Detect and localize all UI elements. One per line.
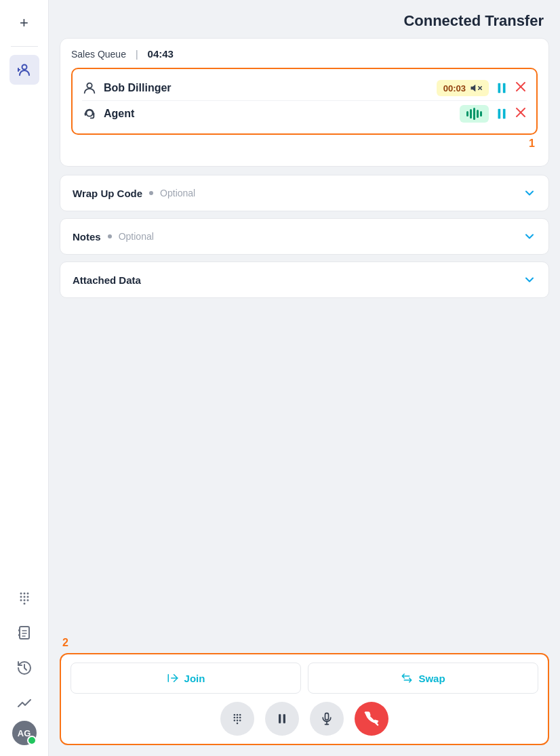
mute-button[interactable] <box>310 702 344 736</box>
call-controls-row <box>71 702 538 736</box>
svg-rect-39 <box>283 714 285 723</box>
sidebar-item-address-book[interactable] <box>9 618 39 648</box>
svg-rect-40 <box>325 713 329 720</box>
svg-point-32 <box>237 717 239 719</box>
caller-pause-button[interactable] <box>494 81 509 96</box>
main-panel: Connected Transfer Sales Queue | 04:43 <box>49 0 560 756</box>
svg-point-10 <box>23 603 25 605</box>
svg-rect-11 <box>20 627 29 639</box>
join-swap-row: Join Swap <box>71 663 538 694</box>
headset-icon <box>82 106 97 121</box>
caller-identity: Bob Dillinger <box>82 81 172 96</box>
svg-rect-24 <box>498 109 501 119</box>
header: Connected Transfer <box>49 0 560 38</box>
sidebar: + <box>0 0 49 756</box>
panel-content: Sales Queue | 04:43 Bob Dillinger <box>49 38 560 637</box>
svg-rect-25 <box>503 109 506 119</box>
wrap-up-section[interactable]: Wrap Up Code Optional <box>60 175 549 211</box>
sidebar-item-history[interactable] <box>9 653 39 683</box>
svg-point-9 <box>26 600 28 602</box>
queue-header: Sales Queue | 04:43 <box>71 48 538 60</box>
svg-point-6 <box>26 596 28 598</box>
add-button[interactable]: + <box>12 11 37 35</box>
avatar[interactable]: AG <box>12 721 37 745</box>
close-icon <box>515 81 527 93</box>
svg-point-21 <box>86 110 92 117</box>
caller-close-button[interactable] <box>515 81 527 96</box>
svg-rect-18 <box>503 83 506 93</box>
dialpad-button[interactable] <box>220 702 254 736</box>
attached-data-section[interactable]: Attached Data <box>60 261 549 298</box>
svg-rect-17 <box>498 83 501 93</box>
svg-point-37 <box>237 722 239 724</box>
svg-point-36 <box>239 719 241 721</box>
join-icon <box>167 672 179 684</box>
svg-point-4 <box>20 596 22 598</box>
step1-label: 1 <box>71 138 538 150</box>
svg-rect-22 <box>85 112 87 116</box>
page-title: Connected Transfer <box>403 12 544 30</box>
agent-actions <box>460 105 527 123</box>
step2-label: 2 <box>60 637 549 649</box>
agent-row: Agent <box>82 100 527 127</box>
sidebar-item-contacts[interactable] <box>9 55 39 85</box>
svg-point-31 <box>234 717 236 719</box>
svg-point-7 <box>20 600 22 602</box>
svg-point-14 <box>87 83 92 88</box>
analytics-icon <box>16 695 33 711</box>
caller-row: Bob Dillinger 00:03 <box>82 76 527 100</box>
chevron-down-icon <box>523 186 536 200</box>
svg-point-35 <box>237 719 239 721</box>
svg-point-5 <box>23 596 25 598</box>
svg-point-2 <box>23 593 25 595</box>
svg-point-3 <box>26 593 28 595</box>
history-icon <box>16 660 33 676</box>
svg-rect-38 <box>279 714 281 723</box>
mute-icon <box>470 82 482 94</box>
svg-point-34 <box>234 719 236 721</box>
chevron-down-icon-3 <box>523 273 536 287</box>
agent-close-button[interactable] <box>515 106 527 122</box>
contacts-icon <box>16 62 33 78</box>
queue-card: Sales Queue | 04:43 Bob Dillinger <box>60 38 549 167</box>
svg-point-1 <box>20 593 22 595</box>
svg-point-0 <box>22 65 26 70</box>
mic-icon <box>320 712 334 726</box>
dialpad-icon <box>16 589 33 606</box>
audio-wave-badge <box>460 105 489 123</box>
caller-actions: 00:03 <box>437 80 527 96</box>
sidebar-item-dialpad[interactable] <box>9 583 39 612</box>
svg-rect-12 <box>18 629 20 631</box>
svg-point-30 <box>239 714 241 716</box>
address-book-icon <box>16 625 33 641</box>
svg-point-8 <box>23 600 25 602</box>
call-timer-badge: 00:03 <box>437 80 489 96</box>
dialpad-ctrl-icon <box>231 712 244 726</box>
hangup-icon <box>364 711 379 726</box>
svg-point-33 <box>239 717 241 719</box>
agent-identity: Agent <box>82 106 134 121</box>
bottom-action-area: 2 Join Swa <box>49 637 560 756</box>
sidebar-divider <box>11 46 38 47</box>
hangup-button[interactable] <box>355 702 388 736</box>
chevron-down-icon-2 <box>523 230 536 243</box>
swap-button[interactable]: Swap <box>308 663 538 694</box>
join-button[interactable]: Join <box>71 663 301 694</box>
close-icon-2 <box>515 106 527 119</box>
pause-ctrl-icon <box>275 712 289 726</box>
swap-icon <box>401 672 413 684</box>
person-icon <box>82 81 97 96</box>
svg-point-28 <box>234 714 236 716</box>
action-box: Join Swap <box>60 653 549 745</box>
notes-section[interactable]: Notes Optional <box>60 218 549 255</box>
agent-pause-button[interactable] <box>494 106 509 121</box>
svg-line-43 <box>365 713 378 725</box>
svg-rect-13 <box>18 634 20 636</box>
active-calls-box: Bob Dillinger 00:03 <box>71 68 538 135</box>
pause-control-button[interactable] <box>265 702 299 736</box>
svg-point-29 <box>237 714 239 716</box>
pause-icon <box>494 81 509 96</box>
pause-icon-2 <box>494 106 509 121</box>
sidebar-item-analytics[interactable] <box>9 688 39 718</box>
